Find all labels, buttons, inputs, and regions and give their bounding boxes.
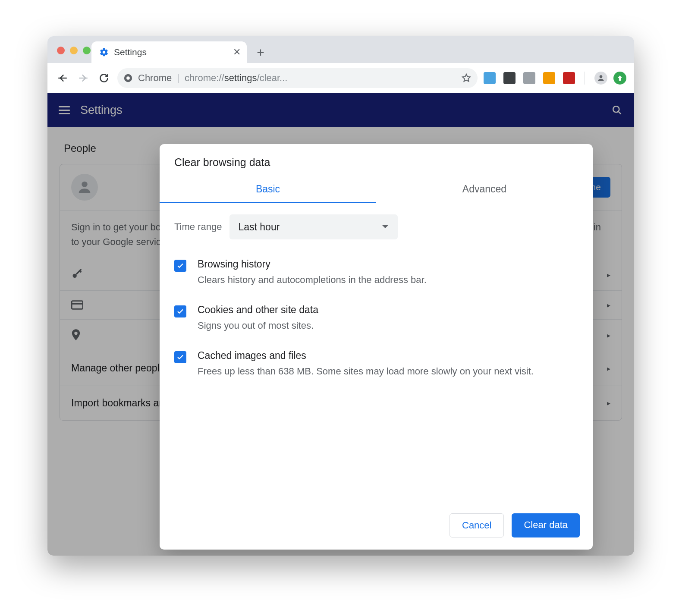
time-range-row: Time range Last hour [174, 214, 578, 239]
clear-browsing-data-dialog: Clear browsing data Basic Advanced Time … [160, 144, 593, 550]
omnibox-separator: | [177, 72, 179, 84]
extension-icon[interactable] [563, 72, 575, 84]
toolbar-divider [585, 72, 585, 85]
option-title: Cookies and other site data [198, 304, 318, 316]
extension-icon[interactable] [503, 72, 516, 84]
svg-point-2 [600, 75, 603, 78]
tab-strip: Settings ✕ + [47, 36, 634, 63]
option-browsing-history: Browsing history Clears history and auto… [174, 251, 578, 297]
omnibox-scheme-label: Chrome [138, 72, 172, 84]
address-bar[interactable]: Chrome | chrome://settings/clear... [117, 68, 478, 88]
update-available-button[interactable] [613, 72, 626, 85]
option-title: Cached images and files [198, 350, 534, 361]
maximize-window-button[interactable] [83, 47, 91, 54]
minimize-window-button[interactable] [70, 47, 78, 54]
dialog-tabs: Basic Advanced [160, 176, 593, 203]
cancel-button[interactable]: Cancel [450, 513, 504, 537]
new-tab-button[interactable]: + [252, 44, 269, 61]
option-desc: Clears history and autocompletions in th… [198, 273, 427, 287]
toolbar: Chrome | chrome://settings/clear... [47, 63, 634, 93]
bookmark-star-icon[interactable] [461, 73, 472, 83]
checkbox-cookies[interactable] [174, 305, 186, 317]
tab-advanced[interactable]: Advanced [376, 176, 593, 203]
option-cookies: Cookies and other site data Signs you ou… [174, 297, 578, 343]
dialog-body: Time range Last hour Browsing history Cl… [160, 203, 593, 505]
window-controls [57, 47, 91, 54]
extension-icon[interactable] [484, 72, 496, 84]
chevron-down-icon [381, 224, 389, 229]
option-desc: Frees up less than 638 MB. Some sites ma… [198, 364, 534, 378]
tab-basic[interactable]: Basic [160, 176, 376, 203]
tab-title: Settings [114, 47, 228, 57]
svg-point-1 [126, 76, 130, 80]
dialog-footer: Cancel Clear data [160, 505, 593, 550]
browser-window: Settings ✕ + Chrome | chrome://settings/… [47, 36, 634, 556]
reload-button[interactable] [97, 71, 111, 85]
profile-button[interactable] [594, 72, 607, 85]
settings-gear-icon [99, 47, 109, 57]
forward-button[interactable] [76, 71, 91, 85]
checkbox-cache[interactable] [174, 351, 186, 363]
option-cache: Cached images and files Frees up less th… [174, 343, 578, 389]
browser-tab[interactable]: Settings ✕ [91, 41, 247, 63]
option-title: Browsing history [198, 258, 427, 270]
dialog-title: Clear browsing data [160, 144, 593, 176]
extensions-area [484, 72, 575, 84]
time-range-select[interactable]: Last hour [229, 214, 398, 239]
site-chrome-icon [123, 73, 133, 83]
option-desc: Signs you out of most sites. [198, 318, 318, 333]
back-button[interactable] [55, 71, 70, 85]
tab-close-button[interactable]: ✕ [233, 47, 241, 57]
extension-icon[interactable] [543, 72, 555, 84]
clear-data-button[interactable]: Clear data [512, 513, 580, 537]
omnibox-path: chrome://settings/clear... [185, 72, 287, 84]
extension-icon[interactable] [523, 72, 535, 84]
time-range-value: Last hour [238, 221, 280, 233]
checkbox-browsing-history[interactable] [174, 260, 186, 272]
time-range-label: Time range [174, 221, 222, 233]
close-window-button[interactable] [57, 47, 65, 54]
